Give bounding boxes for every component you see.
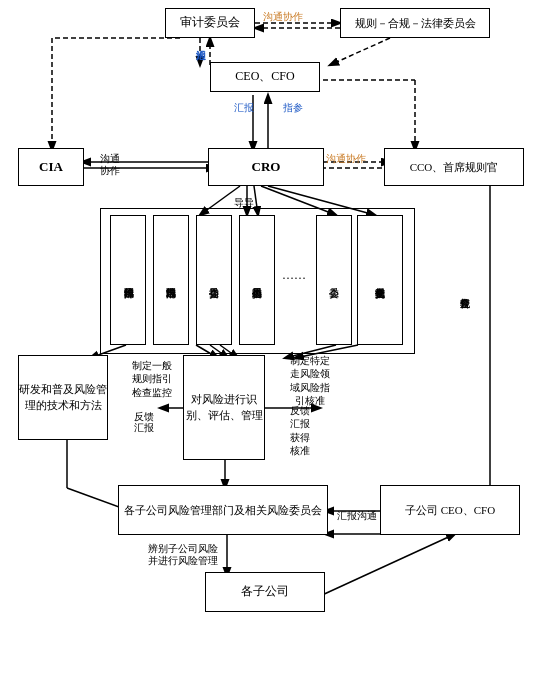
market-risk-box: 市场风险管理部门 [153, 215, 189, 345]
cco-box: CCO、首席规则官 [384, 148, 524, 186]
label-report-sub: 汇报沟通 [337, 510, 377, 522]
label-feedback-left: 反馈汇报 [134, 412, 154, 435]
credit-risk-box: 信用风险委员会 [239, 215, 275, 345]
label-comms-work: 沟通协作 [100, 153, 120, 177]
label-identify: 辨别子公司风险并进行风险管理 [148, 543, 218, 567]
label-rules-right: 制定特定走风险领域风险指引核准 [290, 355, 330, 408]
audit-committee-box: 审计委员会 [165, 8, 255, 38]
label-guide: 导导 [234, 197, 254, 209]
sub-ceo-cfo-box: 子公司 CEO、CFO [380, 485, 520, 535]
complex-box: 复合信托和重大交易 [357, 215, 403, 345]
cro-box: CRO [208, 148, 324, 186]
label-feedback-right: 反馈汇报获得核准 [290, 405, 310, 458]
label-rules-left: 制定一般规则指引检查监控 [132, 360, 172, 400]
subsidiary-risk-box: 各子公司风险管理部门及相关风险委员会 [118, 485, 328, 535]
svg-line-35 [320, 534, 455, 596]
risk-mgmt-box: 对风险进行识别、评估、管理 [183, 355, 265, 460]
ops-risk-box: 操作风险管理部门 [110, 215, 146, 345]
rules-committee-box: 规则－合规－法律委员会 [340, 8, 490, 38]
subsidiary-box: 各子公司 [205, 572, 325, 612]
label-refer: 指参 [283, 102, 303, 114]
cia-box: CIA [18, 148, 84, 186]
diagram: 审计委员会 规则－合规－法律委员会 CEO、CFO CIA CRO CCO、首席… [0, 0, 550, 673]
tech-method-box: 研发和普及风险管理的技术和方法 [18, 355, 108, 440]
ellipsis: …… [282, 268, 306, 283]
label-report: 汇报 [234, 102, 254, 114]
ceo-cfo-top-box: CEO、CFO [210, 62, 320, 92]
label-audit-rules: 沟通协作 [263, 11, 303, 23]
committee-box: 委员会 [316, 215, 352, 345]
svg-line-4 [330, 38, 390, 65]
label-cro-cco: 沟通协作 [326, 153, 366, 165]
steering-box: 指导委员会 [196, 215, 232, 345]
